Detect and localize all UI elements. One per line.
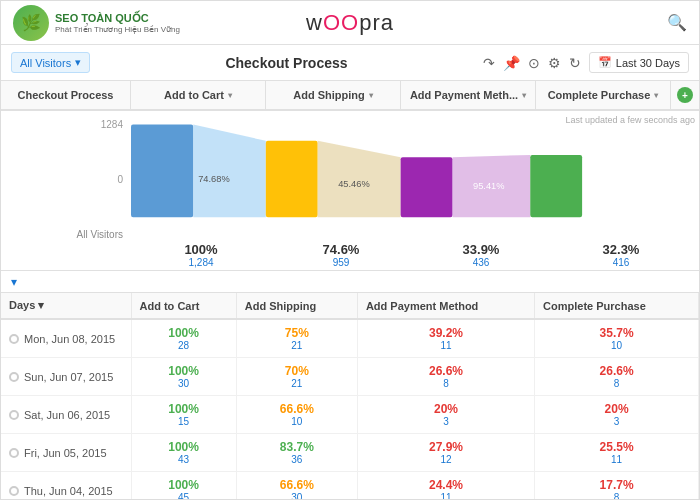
row-radio[interactable]	[9, 410, 19, 420]
funnel-chart: 74.68% 45.46% 95.41%	[131, 119, 691, 239]
filter-title: Checkout Process	[90, 55, 483, 71]
add-to-cart-cell: 100% 28	[131, 319, 236, 358]
add-shipping-pct: 66.6%	[280, 402, 314, 416]
chart-content: Last updated a few seconds ago 74.68% 45…	[131, 111, 699, 270]
table-row[interactable]: Fri, Jun 05, 2015 100% 43 83.7% 36 27.9%…	[1, 434, 699, 472]
clock-icon[interactable]: ⊙	[528, 55, 540, 71]
th-complete-purchase: Complete Purchase	[535, 293, 699, 319]
add-payment-cell: 26.6% 8	[357, 358, 534, 396]
chevron-down-icon: ▾	[522, 91, 526, 100]
add-payment-cell: 24.4% 11	[357, 472, 534, 500]
table-row[interactable]: Mon, Jun 08, 2015 100% 28 75% 21 39.2% 1…	[1, 319, 699, 358]
step2-count: 959	[271, 257, 411, 268]
add-shipping-cell: 66.6% 10	[236, 396, 357, 434]
woopra-o2: O	[341, 10, 359, 35]
add-to-cart-cell: 100% 30	[131, 358, 236, 396]
all-visitors-label: All Visitors	[20, 57, 71, 69]
search-icon[interactable]: 🔍	[667, 13, 687, 32]
complete-count: 3	[543, 416, 690, 427]
row-radio[interactable]	[9, 372, 19, 382]
add-payment-pct: 24.4%	[429, 478, 463, 492]
col-header-checkout: Checkout Process	[1, 81, 131, 109]
svg-rect-9	[530, 155, 582, 217]
svg-rect-0	[131, 124, 193, 217]
complete-pct: 26.6%	[600, 364, 634, 378]
add-column-button[interactable]: +	[671, 81, 699, 109]
add-payment-pct: 39.2%	[429, 326, 463, 340]
col-header-add-to-cart[interactable]: Add to Cart ▾	[131, 81, 266, 109]
svg-marker-1	[193, 124, 266, 217]
step1-pct: 100%	[131, 242, 271, 257]
add-shipping-cell: 83.7% 36	[236, 434, 357, 472]
logo-text: SEO TOÀN QUỐC Phát Triển Thương Hiệu Bền…	[55, 12, 180, 34]
step4-count: 416	[551, 257, 691, 268]
complete-purchase-cell: 17.7% 8	[535, 472, 699, 500]
complete-purchase-cell: 35.7% 10	[535, 319, 699, 358]
add-to-cart-cell: 100% 43	[131, 434, 236, 472]
step3-pct: 33.9%	[411, 242, 551, 257]
x-label: All Visitors	[77, 229, 124, 240]
complete-pct: 25.5%	[600, 440, 634, 454]
woopra-o1: O	[323, 10, 341, 35]
add-payment-pct: 27.9%	[429, 440, 463, 454]
svg-rect-2	[266, 141, 318, 217]
refresh-icon[interactable]: ↻	[569, 55, 581, 71]
add-to-cart-pct: 100%	[168, 440, 199, 454]
complete-purchase-cell: 25.5% 11	[535, 434, 699, 472]
th-days[interactable]: Days ▾	[1, 293, 131, 319]
add-payment-count: 11	[366, 340, 526, 351]
top-bar: 🌿 SEO TOÀN QUỐC Phát Triển Thương Hiệu B…	[1, 1, 699, 45]
pin-icon[interactable]: 📌	[503, 55, 520, 71]
settings-icon[interactable]: ⚙	[548, 55, 561, 71]
chevron-down-icon: ▾	[654, 91, 658, 100]
complete-count: 8	[543, 378, 690, 389]
chart-label-1: 74.6% 959	[271, 242, 411, 268]
share-icon[interactable]: ↷	[483, 55, 495, 71]
add-payment-count: 12	[366, 454, 526, 465]
date-cell: Mon, Jun 08, 2015	[1, 319, 131, 358]
th-add-to-cart: Add to Cart	[131, 293, 236, 319]
date-label: Last 30 Days	[616, 57, 680, 69]
all-visitors-button[interactable]: All Visitors ▾	[11, 52, 90, 73]
col-header-add-shipping[interactable]: Add Shipping ▾	[266, 81, 401, 109]
row-radio[interactable]	[9, 486, 19, 496]
complete-purchase-cell: 20% 3	[535, 396, 699, 434]
chart-labels: 100% 1,284 74.6% 959 33.9% 436 32.3% 416	[131, 242, 691, 272]
leaf-icon: 🌿	[21, 13, 41, 32]
col-header-complete-purchase[interactable]: Complete Purchase ▾	[536, 81, 671, 109]
add-shipping-cell: 66.6% 30	[236, 472, 357, 500]
add-to-cart-count: 43	[140, 454, 228, 465]
date-cell: Sat, Jun 06, 2015	[1, 396, 131, 434]
table-row[interactable]: Sun, Jun 07, 2015 100% 30 70% 21 26.6% 8…	[1, 358, 699, 396]
table-row[interactable]: Thu, Jun 04, 2015 100% 45 66.6% 30 24.4%…	[1, 472, 699, 500]
collapse-bar[interactable]: ▾	[1, 271, 699, 293]
complete-purchase-cell: 26.6% 8	[535, 358, 699, 396]
add-payment-pct: 20%	[434, 402, 458, 416]
complete-pct: 20%	[605, 402, 629, 416]
add-to-cart-cell: 100% 15	[131, 396, 236, 434]
row-radio[interactable]	[9, 448, 19, 458]
add-shipping-pct: 75%	[285, 326, 309, 340]
plus-icon: +	[677, 87, 693, 103]
col-header-add-payment[interactable]: Add Payment Meth... ▾	[401, 81, 536, 109]
complete-count: 8	[543, 492, 690, 499]
date-label: Thu, Jun 04, 2015	[24, 485, 113, 497]
add-payment-count: 11	[366, 492, 526, 499]
date-range-button[interactable]: 📅 Last 30 Days	[589, 52, 689, 73]
svg-text:45.46%: 45.46%	[338, 177, 370, 188]
chevron-down-icon: ▾	[369, 91, 373, 100]
chart-label-2: 33.9% 436	[411, 242, 551, 268]
y-min: 0	[117, 174, 123, 185]
chevron-down-icon: ▾	[11, 275, 17, 289]
add-shipping-cell: 70% 21	[236, 358, 357, 396]
add-to-cart-pct: 100%	[168, 364, 199, 378]
add-payment-cell: 39.2% 11	[357, 319, 534, 358]
add-to-cart-count: 45	[140, 492, 228, 499]
svg-text:74.68%: 74.68%	[198, 173, 230, 184]
table-row[interactable]: Sat, Jun 06, 2015 100% 15 66.6% 10 20% 3…	[1, 396, 699, 434]
add-shipping-pct: 83.7%	[280, 440, 314, 454]
add-to-cart-pct: 100%	[168, 402, 199, 416]
row-radio[interactable]	[9, 334, 19, 344]
y-max: 1284	[101, 119, 123, 130]
step1-count: 1,284	[131, 257, 271, 268]
